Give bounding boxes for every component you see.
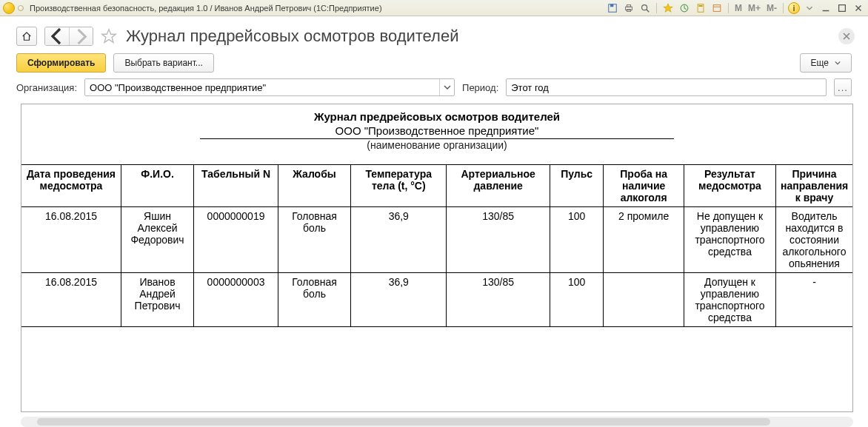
generate-button-label: Сформировать <box>27 58 95 68</box>
app-logo-icon <box>3 2 15 14</box>
close-page-button[interactable] <box>838 28 855 44</box>
svg-line-6 <box>647 9 650 12</box>
cell-reason: Водитель находится в состоянии алкогольн… <box>776 207 852 273</box>
svg-point-5 <box>642 4 647 10</box>
cell-result: Допущен к управлению транспортного средс… <box>684 273 775 327</box>
org-combo-caret-icon[interactable] <box>439 79 454 95</box>
cell-bp: 130/85 <box>447 207 550 273</box>
nav-group <box>44 27 93 46</box>
period-picker-button[interactable]: ... <box>834 78 852 96</box>
cell-alc <box>604 273 684 327</box>
cell-alc: 2 промиле <box>604 207 684 273</box>
ellipsis-icon: ... <box>838 82 848 93</box>
svg-rect-11 <box>713 4 721 11</box>
cell-result: Не допущен к управлению транспортного ср… <box>684 207 775 273</box>
col-complaints: Жалобы <box>278 165 350 207</box>
cell-tabn: 0000000003 <box>194 273 278 327</box>
cell-date: 16.08.2015 <box>21 207 121 273</box>
minimize-icon[interactable] <box>819 1 832 15</box>
svg-rect-3 <box>627 4 630 7</box>
table-row[interactable]: 16.08.2015 Яшин Алексей Федорович 000000… <box>21 207 852 273</box>
generate-button[interactable]: Сформировать <box>16 53 106 73</box>
cell-compl: Головная боль <box>278 207 350 273</box>
report-document: Журнал предрейсовых осмотров водителей О… <box>21 104 853 412</box>
report-org-hint: (наименование организации) <box>21 139 852 151</box>
cell-bp: 130/85 <box>447 273 550 327</box>
report-title: Журнал предрейсовых осмотров водителей <box>21 109 852 123</box>
nav-forward-button[interactable] <box>69 27 93 45</box>
col-pulse: Пульс <box>550 165 603 207</box>
org-combo[interactable] <box>84 78 455 96</box>
col-alcohol: Проба на наличие алкоголя <box>604 165 684 207</box>
titlebar-bullet-icon <box>18 5 24 11</box>
period-input[interactable] <box>507 79 826 95</box>
col-reason: Причина направления к врачу <box>776 165 852 207</box>
calendar-icon[interactable] <box>710 1 724 15</box>
info-icon[interactable]: i <box>788 2 800 14</box>
col-temp: Температура тела (t, °C) <box>351 165 447 207</box>
table-header-row: Дата проведения медосмотра Ф.И.О. Табель… <box>21 165 852 207</box>
cell-pulse: 100 <box>550 207 603 273</box>
table-row[interactable]: 16.08.2015 Иванов Андрей Петрович 000000… <box>21 273 852 327</box>
home-button[interactable] <box>16 27 37 46</box>
more-button[interactable]: Еще <box>800 53 852 73</box>
favorite-page-icon[interactable] <box>101 28 117 44</box>
action-bar: Сформировать Выбрать вариант... Еще <box>0 53 868 78</box>
filters-row: Организация: Период: ... <box>0 78 868 104</box>
svg-rect-1 <box>610 4 613 7</box>
cell-pulse: 100 <box>550 273 603 327</box>
col-fio: Ф.И.О. <box>121 165 193 207</box>
favorite-star-icon[interactable] <box>661 1 675 15</box>
cell-temp: 36,9 <box>351 273 447 327</box>
col-date: Дата проведения медосмотра <box>21 165 121 207</box>
search-icon[interactable] <box>638 1 652 15</box>
mem-mminus[interactable]: M- <box>765 3 778 13</box>
chevron-down-icon <box>835 60 841 66</box>
cell-fio: Иванов Андрей Петрович <box>121 273 193 327</box>
cell-reason: - <box>776 273 852 327</box>
col-result: Результат медосмотра <box>684 165 775 207</box>
history-icon[interactable] <box>678 1 691 15</box>
window-titlebar: Производственная безопасность, редакция … <box>0 0 868 16</box>
period-combo[interactable] <box>506 78 827 96</box>
report-org: ООО "Производственное предприятие" <box>21 124 852 137</box>
report-area: Журнал предрейсовых осмотров водителей О… <box>21 104 853 412</box>
svg-rect-14 <box>839 4 846 11</box>
choose-variant-button[interactable]: Выбрать вариант... <box>113 53 213 73</box>
close-window-icon[interactable] <box>852 1 865 15</box>
dropdown-caret-icon[interactable] <box>803 1 816 15</box>
scrollbar-thumb[interactable] <box>37 418 769 426</box>
svg-marker-15 <box>102 30 116 42</box>
horizontal-scrollbar[interactable] <box>21 417 853 427</box>
svg-rect-10 <box>698 5 702 7</box>
col-tabn: Табельный N <box>194 165 278 207</box>
more-button-label: Еще <box>811 58 829 68</box>
org-input[interactable] <box>85 79 439 95</box>
cell-tabn: 0000000019 <box>194 207 278 273</box>
mem-mplus[interactable]: M+ <box>747 3 762 13</box>
cell-temp: 36,9 <box>351 207 447 273</box>
maximize-icon[interactable] <box>835 1 849 15</box>
save-icon[interactable] <box>606 1 619 15</box>
col-bp: Артериальное давление <box>447 165 550 207</box>
page-title: Журнал предрейсовых осмотров водителей <box>126 27 458 46</box>
journal-table: Дата проведения медосмотра Ф.И.О. Табель… <box>21 164 852 327</box>
cell-compl: Головная боль <box>278 273 350 327</box>
window-title: Производственная безопасность, редакция … <box>30 4 382 13</box>
choose-variant-label: Выбрать вариант... <box>124 58 202 68</box>
svg-marker-7 <box>664 3 672 11</box>
cell-date: 16.08.2015 <box>21 273 121 327</box>
mem-m[interactable]: M <box>733 3 744 13</box>
nav-back-button[interactable] <box>45 27 69 45</box>
print-icon[interactable] <box>622 1 635 15</box>
org-label: Организация: <box>16 82 77 93</box>
cell-fio: Яшин Алексей Федорович <box>121 207 193 273</box>
calculator-icon[interactable] <box>694 1 707 15</box>
period-label: Период: <box>462 82 498 93</box>
page-header: Журнал предрейсовых осмотров водителей <box>0 16 868 53</box>
